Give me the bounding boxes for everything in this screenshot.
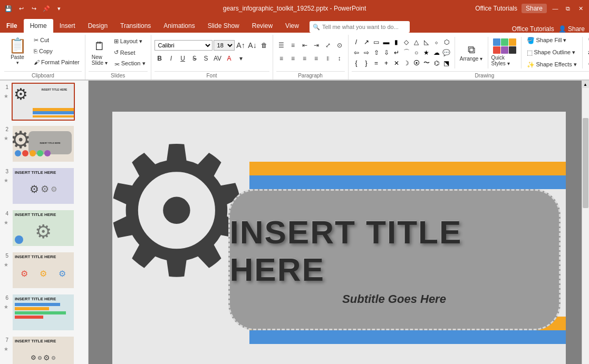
shape-extra2[interactable]: ⬔ [442,58,451,68]
quick-styles-button[interactable]: Quick Styles ▾ [491,36,518,69]
decrease-font-button[interactable]: A↓ [247,40,258,51]
slide-thumb-3[interactable]: INSERT TITLE HERE ⚙ ⚙ ⚙ [12,167,75,205]
shape-double[interactable]: ⦿ [412,58,421,68]
shape-arrow2[interactable]: ⇦ [352,48,361,57]
shape-bracket2[interactable]: } [362,58,371,68]
shape-arrow[interactable]: ↗ [362,37,371,47]
format-painter-button[interactable]: 🖌 Format Painter [32,57,82,67]
share-tab-btn[interactable]: 👤 Share [558,25,585,33]
cut-button[interactable]: ✂ Cut [32,35,82,45]
select-button[interactable]: ↖ Select ▾ [586,60,589,70]
shape-diamond[interactable]: ◇ [402,37,411,47]
shape-more2[interactable]: ⬡ [442,37,451,47]
slide-thumb-7[interactable]: INSERT TITLE HERE ⚙ ⚙ ⚙ ⚙ [12,336,75,364]
new-slide-button[interactable]: 🗒 NewSlide ▾ [89,36,111,69]
align-right-button[interactable]: ≡ [300,53,310,64]
tab-home[interactable]: Home [24,19,53,33]
text-direction-button[interactable]: ⤢ [323,40,333,51]
increase-indent-button[interactable]: ⇥ [311,40,322,51]
slide-thumb-2[interactable]: ⚙ INSERT TITLE HERE [12,125,75,163]
font-size-select[interactable]: 18 [214,40,235,51]
underline-button[interactable]: U [178,53,188,64]
tab-review[interactable]: Review [246,19,279,33]
slide-item-5[interactable]: 5 ★ INSERT TITLE HERE ⚙ ⚙ ⚙ [2,251,86,289]
bullets-button[interactable]: ☰ [276,40,287,51]
shape-line[interactable]: / [352,37,361,47]
spacing-button[interactable]: AV [213,53,223,64]
customize-icon[interactable]: ▾ [55,4,63,13]
italic-button[interactable]: I [166,53,177,64]
shape-rect2[interactable]: ▬ [382,37,391,47]
font-color-dropdown[interactable]: ▾ [236,53,246,64]
scroll-thumb[interactable] [583,118,588,208]
tab-file[interactable]: File [0,19,24,33]
office-tutorials-tab[interactable]: Office Tutorials [512,25,554,33]
share-button[interactable]: Share [522,4,547,13]
clear-format-button[interactable]: 🗑 [259,40,269,51]
pin-icon[interactable]: 📌 [42,4,51,13]
slide-thumb-1[interactable]: ⚙ INSERT TITLE HERE [12,83,75,121]
replace-button[interactable]: ⇄ Replace [586,47,589,58]
tab-transitions[interactable]: Transitions [114,19,157,33]
justify-button[interactable]: ≡ [311,53,322,64]
slide-item-6[interactable]: 6 ★ INSERT TITLE HERE [2,293,86,331]
shape-outline-button[interactable]: ⬚ Shape Outline ▾ [525,47,579,58]
copy-button[interactable]: ⎘ Copy [32,46,82,56]
shape-arrow5[interactable]: ⇩ [382,48,391,57]
paste-dropdown-icon[interactable]: ▾ [16,60,19,65]
shape-x[interactable]: ✕ [392,58,401,68]
slide-thumb-5[interactable]: INSERT TITLE HERE ⚙ ⚙ ⚙ [12,251,75,289]
shape-arrow4[interactable]: ⇧ [372,48,381,57]
shape-triangle[interactable]: △ [412,37,421,47]
find-button[interactable]: 🔍 Find [586,35,589,46]
shape-rect3[interactable]: ▮ [392,37,401,47]
tab-slideshow[interactable]: Slide Show [201,19,246,33]
window-minimize[interactable]: — [551,4,559,13]
tab-insert[interactable]: Insert [53,19,82,33]
reset-button[interactable]: ↺ Reset [112,47,148,58]
line-spacing-button[interactable]: ↕ [334,53,345,64]
vertical-scroll-up[interactable]: ▲ [582,81,589,88]
tab-animations[interactable]: Animations [157,19,201,33]
layout-button[interactable]: ⊞ Layout ▾ [112,36,148,47]
tab-view[interactable]: View [279,19,305,33]
shape-curve[interactable]: ⌒ [402,48,411,57]
title-banner[interactable]: INSERT TITLE HERE Subtitle Goes Here [228,189,561,330]
slide-item-4[interactable]: 4 ★ INSERT TITLE HERE ⚙ [2,209,86,247]
shape-extra1[interactable]: ⌬ [432,58,441,68]
bold-button[interactable]: B [155,53,165,64]
shape-star[interactable]: ★ [422,48,431,57]
slide-item-7[interactable]: 7 ★ INSERT TITLE HERE ⚙ ⚙ ⚙ ⚙ [2,336,86,364]
shape-moon[interactable]: ☽ [402,58,411,68]
window-close[interactable]: ✕ [576,4,585,13]
font-color-button[interactable]: A [224,53,235,64]
shape-more[interactable]: ⬦ [432,37,441,47]
strikethrough-button[interactable]: S̶ [189,53,200,64]
paste-button[interactable]: 📋 Paste ▾ [4,35,31,67]
slide-item-1[interactable]: 1 ★ ⚙ INSERT TITLE HERE [2,83,86,121]
save-icon[interactable]: 💾 [4,4,13,13]
tab-design[interactable]: Design [82,19,114,33]
shape-fill-button[interactable]: 🪣 Shape Fill ▾ [525,35,579,46]
slide-thumb-4[interactable]: INSERT TITLE HERE ⚙ [12,209,75,247]
align-center-button[interactable]: ≡ [288,53,298,64]
arrange-button[interactable]: ⧉ Arrange ▾ [458,36,485,69]
redo-icon[interactable]: ↪ [30,4,38,13]
slide-thumb-6[interactable]: INSERT TITLE HERE [12,293,75,331]
shape-rtriangle[interactable]: ◺ [422,37,431,47]
section-button[interactable]: ⫘ Section ▾ [112,58,148,69]
shape-bend[interactable]: ↵ [392,48,401,57]
shape-callout[interactable]: 💬 [442,48,451,57]
font-family-select[interactable]: Calibri [155,40,213,51]
shape-wave[interactable]: 〜 [422,58,431,68]
slide-item-3[interactable]: 3 ★ INSERT TITLE HERE ⚙ ⚙ ⚙ [2,167,86,205]
numbering-button[interactable]: ≡ [288,40,298,51]
slide-item-2[interactable]: 2 ★ ⚙ INSERT TITLE HERE [2,125,86,163]
increase-font-button[interactable]: A↑ [236,40,246,51]
shape-oval[interactable]: ○ [412,48,421,57]
shape-eq[interactable]: = [372,58,381,68]
convert-to-smartart-button[interactable]: ⊙ [334,40,345,51]
align-left-button[interactable]: ≡ [276,53,287,64]
shape-effects-button[interactable]: ✨ Shape Effects ▾ [525,60,579,70]
office-tutorials-link[interactable]: Office Tutorials [475,5,517,12]
